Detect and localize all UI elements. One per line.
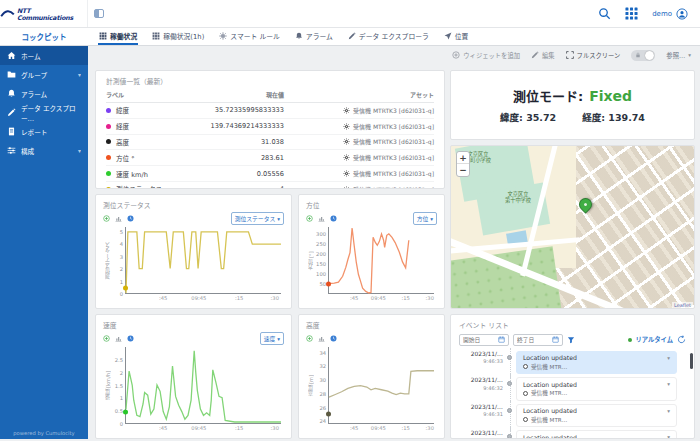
sidebar-item[interactable]: 構成▾ [0,141,88,160]
y-tick-label: 32 [319,363,326,369]
app-switcher-icon[interactable] [625,7,638,20]
tab[interactable]: 稼働状況 [98,28,138,45]
time-interval-icon[interactable] [127,335,134,342]
tab-bar: 稼働状況稼働状況(1h)スマート ルールアラームデータ エクスプローラ位置 [88,28,469,45]
fullscreen-button[interactable]: フルスクリーン [566,51,621,60]
datapoint-dropdown[interactable]: 速度▾ [260,332,284,345]
filter-icon[interactable] [567,336,575,344]
datapoint-dropdown[interactable]: 測位ステータス▾ [231,212,284,225]
chevron-down-icon[interactable]: ▾ [667,408,670,414]
time-interval-icon[interactable] [330,215,337,222]
search-icon[interactable] [598,7,611,20]
event-row[interactable]: 2023/11/…Location updated▾受信機 MTR… [459,430,686,439]
tab-label: アラーム [306,31,333,41]
chart-body: 測位ステータス012345:4509:45:15:30 [103,227,284,303]
event-row[interactable]: 2023/11/…9:46:33Location updated▾受信機 MTR… [459,351,686,375]
tab[interactable]: データ エクスプローラ [347,28,430,45]
chevron-down-icon[interactable]: ▾ [667,355,670,361]
sidebar: ホームグループ▾アラームデータ エクスプロー…レポート構成▾ powered b… [0,46,88,439]
sidebar-item[interactable]: ホーム [0,46,88,65]
table-row[interactable]: 方位 °283.61受信機 MTRTK3 [d62l031-q] [106,150,434,166]
add-widget-button[interactable]: ウィジェットを追加 [452,51,520,60]
datapoint-dropdown[interactable]: 方位▾ [413,212,437,225]
chart-type-icon[interactable] [115,215,122,222]
realtime-indicator[interactable]: リアルタイム [628,335,673,344]
edit-lock-toggle[interactable] [631,50,655,61]
toggle-knob [645,51,654,60]
tab[interactable]: アラーム [294,28,334,45]
x-tick-label: :30 [271,425,279,431]
plot-area[interactable]: :4509:45:15:30 [125,227,281,294]
zoom-out-button[interactable]: − [457,164,469,176]
asset-name[interactable]: 受信機 MTRTK3 [d62l031-q] [353,169,434,178]
event-time: 9:46:32 [459,385,503,391]
event-row[interactable]: 2023/11/…9:46:32Location updated▾受信機 MTR… [459,377,686,401]
event-card[interactable]: Location updated▾受信機 MTR… [516,430,677,439]
event-list-scrollbar[interactable] [690,353,693,369]
end-date-input[interactable] [513,334,563,346]
asset-name[interactable]: 受信機 MTRTK3 [d62l031-q] [353,153,434,162]
add-datapoint-icon[interactable] [103,215,110,222]
device-dot-icon [523,417,528,422]
table-row[interactable]: 高度31.038受信機 MTRTK3 [d62l031-q] [106,135,434,151]
more-menu-button[interactable]: 参照…▾ [666,51,691,60]
x-tick-label: 09:45 [191,295,206,301]
label-text: 測位ステータス [116,184,162,189]
table-row[interactable]: 測位ステータス4受信機 MTRTK3 [d62l031-q] [106,182,434,189]
gear-icon [343,154,350,161]
plot-area[interactable]: :4509:45:15:30 [328,347,434,424]
sidebar-collapse-icon[interactable] [94,9,104,18]
y-tick-label: 24 [319,418,326,424]
start-date-input[interactable] [459,334,509,346]
tab[interactable]: 稼働状況(1h) [151,28,205,45]
event-card[interactable]: Location updated▾受信機 MTR… [516,351,677,375]
sidebar-item[interactable]: レポート [0,122,88,141]
time-interval-icon[interactable] [330,335,337,342]
add-datapoint-icon[interactable] [306,335,313,342]
event-card[interactable]: Location updated▾受信機 MTR… [516,377,677,401]
asset-name[interactable]: 受信機 MTRTK3 [d62l031-q] [353,137,434,146]
chart-controls: 方位▾ [306,213,437,224]
map-attribution[interactable]: Leaflet [672,302,693,308]
refresh-icon[interactable] [677,335,686,344]
asset-name[interactable]: 受信機 MTRTK3 [d62l031-q] [353,122,434,131]
gear-icon [343,123,350,130]
datapoint-table-widget: 計測値一覧（最新） ラベル現在値アセット 緯度35.72335995833333… [95,70,445,189]
zoom-in-button[interactable]: + [457,152,469,164]
asset-name[interactable]: 受信機 MTRTK3 [d62l031-q] [353,106,434,115]
plot-area[interactable]: :4509:45:15:30 [328,227,434,294]
event-title: Location updated [523,407,577,414]
calendar-icon[interactable] [552,336,559,343]
table-row[interactable]: 経度139.74369214333333受信機 MTRTK3 [d62l031-… [106,119,434,135]
add-datapoint-icon[interactable] [103,335,110,342]
time-interval-icon[interactable] [127,215,134,222]
sidebar-item[interactable]: アラーム [0,84,88,103]
chevron-down-icon: ▾ [430,216,433,222]
chart-type-icon[interactable] [318,335,325,342]
table-row[interactable]: 速度 km/h0.05556受信機 MTRTK3 [d62l031-q] [106,166,434,182]
asset-name[interactable]: 受信機 MTRTK3 [d62l031-q] [353,185,434,189]
user-menu[interactable]: demo [652,8,688,20]
event-source-row: 受信機 MTR… [523,363,670,371]
chevron-down-icon[interactable]: ▾ [667,434,670,439]
chevron-down-icon[interactable]: ▾ [667,381,670,387]
tab[interactable]: 位置 [443,28,470,45]
sidebar-item[interactable]: データ エクスプロー… [0,103,88,122]
widget-title: 高度 [306,320,437,330]
calendar-icon[interactable] [498,336,505,343]
location-icon [444,32,452,40]
datapoint-value: 283.61 [174,154,284,162]
chart-type-icon[interactable] [318,215,325,222]
tab[interactable]: スマート ルール [218,28,281,45]
asset-cell: 受信機 MTRTK3 [d62l031-q] [284,185,434,189]
event-row[interactable]: 2023/11/…9:46:31Location updated▾受信機 MTR… [459,404,686,428]
chart-type-icon[interactable] [115,335,122,342]
table-row[interactable]: 緯度35.72335995833333受信機 MTRTK3 [d62l031-q… [106,103,434,119]
event-card[interactable]: Location updated▾受信機 MTR… [516,404,677,428]
edit-button[interactable]: 編集 [531,51,555,60]
add-datapoint-icon[interactable] [306,215,313,222]
sidebar-item[interactable]: グループ▾ [0,65,88,84]
datapoint-label: 測位ステータス [106,184,174,189]
user-name: demo [652,10,672,18]
plot-area[interactable]: :4509:45:15:30 [125,347,281,424]
